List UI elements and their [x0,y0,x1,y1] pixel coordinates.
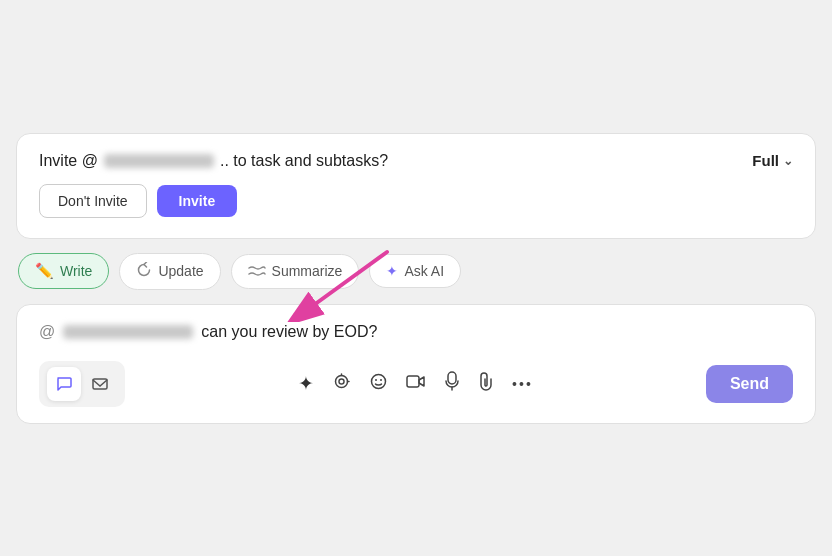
video-icon[interactable] [406,373,426,394]
invite-text: Invite @ .. to task and subtasks? [39,152,388,170]
sparkle-icon[interactable]: ✦ [298,372,314,395]
update-icon [136,262,152,281]
full-dropdown[interactable]: Full ⌄ [752,152,793,169]
mic-icon[interactable] [444,371,460,396]
send-button[interactable]: Send [706,365,793,403]
chat-icon[interactable] [47,367,81,401]
svg-point-3 [336,375,348,387]
blurred-commenter-name [63,325,193,339]
toolbar-row: ✏️ Write Update Summarize ✦ Ask [16,253,816,290]
main-container: Invite @ .. to task and subtasks? Full ⌄… [16,133,816,424]
full-label: Full [752,152,779,169]
comment-text: can you review by EOD? [201,323,377,341]
ask-ai-button[interactable]: ✦ Ask AI [369,254,461,288]
update-label: Update [158,263,203,279]
email-icon[interactable] [83,367,117,401]
svg-rect-9 [448,372,456,384]
write-label: Write [60,263,92,279]
summarize-button[interactable]: Summarize [231,254,360,289]
comment-card: @ can you review by EOD? [16,304,816,424]
write-icon: ✏️ [35,262,54,280]
message-type-group [39,361,125,407]
write-button[interactable]: ✏️ Write [18,253,109,289]
invite-button[interactable]: Invite [157,185,238,217]
dont-invite-button[interactable]: Don't Invite [39,184,147,218]
update-button[interactable]: Update [119,253,220,290]
invite-text-suffix: .. to task and subtasks? [220,152,388,170]
ask-ai-icon: ✦ [386,263,398,279]
attach-icon[interactable] [478,371,494,396]
invite-text-prefix: Invite @ [39,152,98,170]
svg-point-6 [375,379,377,381]
chevron-down-icon: ⌄ [783,154,793,168]
more-icon[interactable]: ••• [512,376,533,392]
emoji-icon[interactable] [369,372,388,396]
svg-point-7 [380,379,382,381]
comment-text-row: @ can you review by EOD? [39,323,793,341]
svg-point-5 [372,374,386,388]
action-icons-row: ✦ [139,371,692,396]
mention-search-icon[interactable] [332,372,351,396]
invite-card: Invite @ .. to task and subtasks? Full ⌄… [16,133,816,239]
svg-rect-8 [407,376,419,387]
at-symbol: @ [39,323,55,341]
svg-point-4 [339,379,344,384]
ask-ai-label: Ask AI [404,263,444,279]
svg-rect-2 [93,379,107,389]
invite-buttons-row: Don't Invite Invite [39,184,793,218]
invite-header-row: Invite @ .. to task and subtasks? Full ⌄ [39,152,793,170]
comment-actions-row: ✦ [39,361,793,407]
summarize-icon [248,263,266,280]
blurred-username [104,154,214,168]
summarize-label: Summarize [272,263,343,279]
